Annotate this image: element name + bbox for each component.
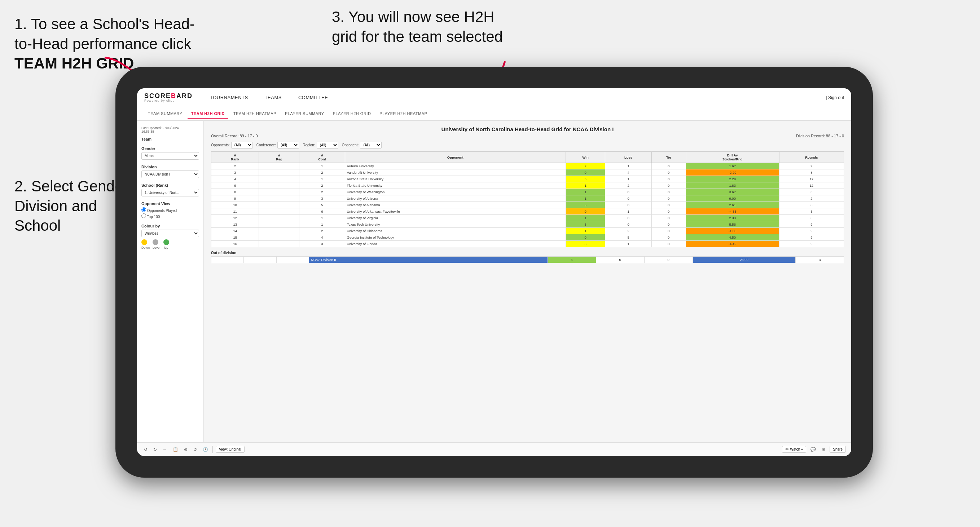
col-conf: #Conf <box>299 152 345 163</box>
filter-opponent-label: Opponent: <box>342 143 359 147</box>
colour-label-level: Level <box>153 246 161 249</box>
sub-nav-team-h2h-heatmap[interactable]: TEAM H2H HEATMAP <box>230 109 280 119</box>
table-row: 163University of Florida310-4.429 <box>212 241 844 247</box>
col-diff: Diff AvStrokes/Rnd <box>686 152 779 163</box>
table-row: 142University of Oklahoma120-1.009 <box>212 228 844 234</box>
main-grid: University of North Carolina Head-to-Hea… <box>204 121 851 442</box>
content-area: Last Updated: 27/03/2024 16:55:38 Team G… <box>137 121 851 442</box>
grid-records: Overall Record: 89 - 17 - 0 Division Rec… <box>211 134 844 138</box>
table-row: 21Auburn University2101.679 <box>212 163 844 170</box>
filter-group-conference: Conference: (All) <box>256 142 299 149</box>
table-row: 116University of Arkansas, Fayetteville0… <box>212 208 844 215</box>
watch-chevron: ▾ <box>801 447 803 451</box>
sidebar-school-label: School (Rank) <box>142 183 199 187</box>
table-row: 121University of Virginia1002.333 <box>212 215 844 221</box>
eye-icon: 👁 <box>785 447 789 451</box>
out-division-body: NCAA Division II10026.003 <box>212 257 844 263</box>
col-opponent: Opponent <box>345 152 566 163</box>
sign-out-button[interactable]: | Sign out <box>826 95 845 100</box>
tablet-screen: SCOREBARD Powered by clippi TOURNAMENTS … <box>137 88 851 456</box>
filter-opponent-select[interactable]: (All) <box>360 142 382 149</box>
view-original-button[interactable]: View: Original <box>216 446 245 453</box>
anno1-line2: to-Head performance click <box>14 35 191 52</box>
sidebar-colour-by-section: Colour by Win/loss Down Level <box>142 224 199 249</box>
anno2-line1: 2. Select Gender, <box>14 178 132 195</box>
colour-dot-down <box>142 239 147 245</box>
filter-region-select[interactable]: (All) <box>317 142 338 149</box>
table-row: 154Georgia Institute of Technology0504.5… <box>212 234 844 241</box>
out-division-row: NCAA Division II10026.003 <box>212 257 844 263</box>
layout-button[interactable]: ⊞ <box>820 446 827 453</box>
colour-dot-level <box>153 239 158 245</box>
sidebar-division-section: Division NCAA Division I <box>142 165 199 178</box>
table-row: 82University of Washington1003.673 <box>212 189 844 195</box>
sub-nav-player-h2h-grid[interactable]: PLAYER H2H GRID <box>329 109 375 119</box>
table-row: 32Vanderbilt University040-2.298 <box>212 170 844 176</box>
filter-conf-select[interactable]: (All) <box>277 142 299 149</box>
nav-teams[interactable]: TEAMS <box>262 94 285 102</box>
forward-button[interactable]: 📋 <box>171 446 180 453</box>
h2h-table: #Rank #Reg #Conf Opponent Win Loss Tie D… <box>211 151 844 247</box>
table-row: 105University of Alabama3002.618 <box>212 202 844 208</box>
anno2-line2: Division and <box>14 198 97 214</box>
sidebar-timestamp: Last Updated: 27/03/2024 16:55:38 <box>142 126 199 133</box>
anno2-line3: School <box>14 217 60 234</box>
back-button[interactable]: ← <box>161 446 169 453</box>
table-row: 62Florida State University1201.8312 <box>212 183 844 189</box>
sidebar-school-section: School (Rank) 1. University of Nort... <box>142 183 199 197</box>
comment-button[interactable]: 💬 <box>809 446 817 453</box>
col-loss: Loss <box>605 152 651 163</box>
anno3-line1: 3. You will now see H2H <box>332 8 495 25</box>
tablet-frame: SCOREBARD Powered by clippi TOURNAMENTS … <box>115 67 873 478</box>
watch-label: Watch <box>790 447 800 451</box>
filter-opponents-select[interactable]: (All) <box>231 142 253 149</box>
app-navbar: SCOREBARD Powered by clippi TOURNAMENTS … <box>137 88 851 107</box>
sidebar-colour-by-select[interactable]: Win/loss <box>142 230 199 237</box>
table-row: 93University of Arizona1009.002 <box>212 195 844 202</box>
share-button[interactable]: Share <box>830 446 846 453</box>
undo-button[interactable]: ↺ <box>143 446 149 453</box>
sidebar-opponent-view-label: Opponent View <box>142 202 199 206</box>
table-body: 21Auburn University2101.67932Vanderbilt … <box>212 163 844 247</box>
filter-conf-label: Conference: <box>256 143 276 147</box>
sub-nav-team-summary[interactable]: TEAM SUMMARY <box>144 109 186 119</box>
overall-record: Overall Record: 89 - 17 - 0 <box>211 134 258 138</box>
sidebar-team-section: Team <box>142 137 199 141</box>
filter-group-opponent: Opponent: (All) <box>342 142 382 149</box>
anno1-line1: 1. To see a School's Head- <box>14 16 195 32</box>
sidebar-division-select[interactable]: NCAA Division I <box>142 170 199 178</box>
sidebar-team-label: Team <box>142 137 199 141</box>
logo-sub: Powered by clippi <box>144 99 192 102</box>
filter-group-region: Region: (All) <box>302 142 338 149</box>
sidebar-colour-by-label: Colour by <box>142 224 199 228</box>
app-logo: SCOREBARD Powered by clippi <box>144 93 192 102</box>
col-reg: #Reg <box>259 152 299 163</box>
colour-legend: Down Level Up <box>142 239 199 249</box>
col-win: Win <box>566 152 605 163</box>
sub-nav-player-h2h-heatmap[interactable]: PLAYER H2H HEATMAP <box>376 109 431 119</box>
filter-opponents-label: Opponents: <box>211 143 230 147</box>
share-label: Share <box>833 447 843 451</box>
nav-tournaments[interactable]: TOURNAMENTS <box>207 94 251 102</box>
sidebar-radio-top100[interactable]: Top 100 <box>142 213 199 219</box>
paste-button[interactable]: ↺ <box>192 446 198 453</box>
out-division-label: Out of division <box>211 251 844 255</box>
annotation-1: 1. To see a School's Head- to-Head perfo… <box>14 14 202 73</box>
table-header-row: #Rank #Reg #Conf Opponent Win Loss Tie D… <box>212 152 844 163</box>
copy-button[interactable]: ⊕ <box>183 446 189 453</box>
sidebar-gender-select[interactable]: Men's <box>142 152 199 160</box>
sidebar-gender-label: Gender <box>142 146 199 151</box>
bottom-toolbar: ↺ ↻ ← 📋 ⊕ ↺ 🕐 View: Original 👁 Watch ▾ 💬… <box>137 442 851 456</box>
sidebar-radio-opponents-played[interactable]: Opponents Played <box>142 207 199 213</box>
anno1-bold: TEAM H2H GRID <box>14 55 134 72</box>
watch-button[interactable]: 👁 Watch ▾ <box>782 446 806 453</box>
redo-button[interactable]: ↻ <box>152 446 158 453</box>
nav-committee[interactable]: COMMITTEE <box>295 94 331 102</box>
sub-nav-team-h2h-grid[interactable]: TEAM H2H GRID <box>188 109 228 119</box>
filter-region-label: Region: <box>302 143 315 147</box>
annotation-3: 3. You will now see H2H grid for the tea… <box>332 7 566 46</box>
sub-nav-player-summary[interactable]: PLAYER SUMMARY <box>282 109 328 119</box>
sidebar-school-select[interactable]: 1. University of Nort... <box>142 189 199 197</box>
clock-button[interactable]: 🕐 <box>201 446 210 453</box>
toolbar-separator-1 <box>212 446 213 453</box>
